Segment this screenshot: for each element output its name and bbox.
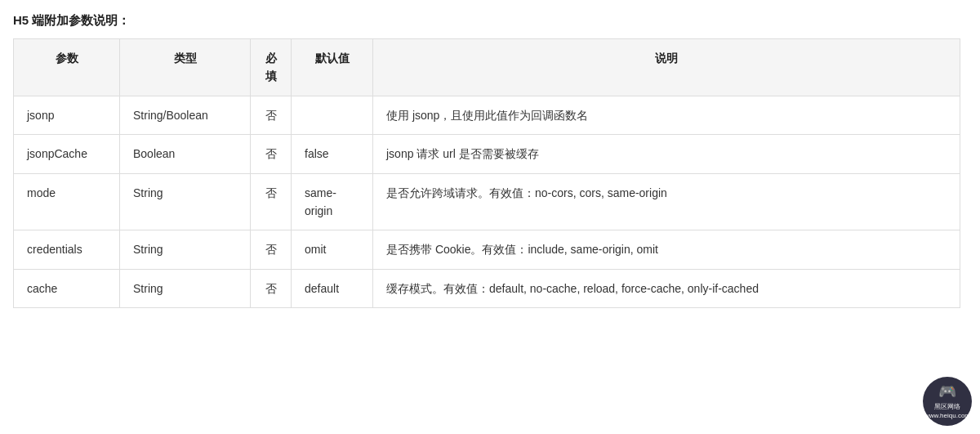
table-row: jsonpString/Boolean否使用 jsonp，且使用此值作为回调函数… [14, 96, 960, 134]
header-default: 默认值 [292, 39, 373, 96]
cell-default [292, 96, 373, 134]
cell-required: 否 [251, 135, 292, 173]
header-param: 参数 [14, 39, 120, 96]
cell-desc: jsonp 请求 url 是否需要被缓存 [373, 135, 960, 173]
cell-default: false [292, 135, 373, 173]
cell-required: 否 [251, 230, 292, 269]
cell-desc: 是否携带 Cookie。有效值：include, same-origin, om… [373, 230, 960, 269]
cell-desc: 使用 jsonp，且使用此值作为回调函数名 [373, 96, 960, 134]
cell-desc: 是否允许跨域请求。有效值：no-cors, cors, same-origin [373, 173, 960, 230]
cell-type: String [120, 230, 251, 269]
cell-required: 否 [251, 96, 292, 134]
watermark-line1: 黑区网络 [934, 403, 960, 411]
watermark-icon: 🎮 [938, 383, 956, 401]
table-row: jsonpCacheBoolean否falsejsonp 请求 url 是否需要… [14, 135, 960, 173]
table-header-row: 参数 类型 必填 默认值 说明 [14, 39, 960, 96]
cell-default: same-origin [292, 173, 373, 230]
cell-param: cache [14, 269, 120, 307]
table-row: credentialsString否omit是否携带 Cookie。有效值：in… [14, 230, 960, 269]
watermark-line2: www.heiqu.com [924, 412, 970, 420]
cell-type: String [120, 269, 251, 307]
cell-param: credentials [14, 230, 120, 269]
cell-desc: 缓存模式。有效值：default, no-cache, reload, forc… [373, 269, 960, 307]
page-title: H5 端附加参数说明： [13, 13, 967, 29]
header-required: 必填 [251, 39, 292, 96]
cell-param: jsonpCache [14, 135, 120, 173]
header-desc: 说明 [373, 39, 960, 96]
cell-type: String/Boolean [120, 96, 251, 134]
params-table: 参数 类型 必填 默认值 说明 jsonpString/Boolean否使用 j… [13, 38, 960, 308]
cell-param: mode [14, 173, 120, 230]
watermark: 🎮 黑区网络 www.heiqu.com [923, 377, 972, 426]
cell-required: 否 [251, 173, 292, 230]
header-type: 类型 [120, 39, 251, 96]
cell-type: String [120, 173, 251, 230]
table-row: modeString否same-origin是否允许跨域请求。有效值：no-co… [14, 173, 960, 230]
cell-param: jsonp [14, 96, 120, 134]
cell-required: 否 [251, 269, 292, 307]
table-row: cacheString否default缓存模式。有效值：default, no-… [14, 269, 960, 307]
cell-default: default [292, 269, 373, 307]
cell-default: omit [292, 230, 373, 269]
cell-type: Boolean [120, 135, 251, 173]
